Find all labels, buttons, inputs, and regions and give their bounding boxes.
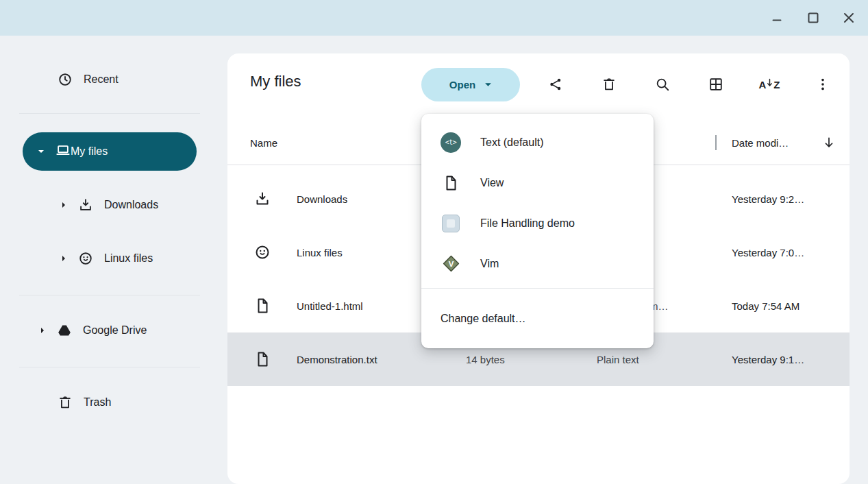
app-placeholder-icon: [440, 215, 462, 232]
file-date-modified: Yesterday 7:0…: [732, 226, 804, 279]
clock-icon: [58, 72, 73, 87]
chevron-down-icon: [38, 148, 45, 155]
kebab-menu-icon: [815, 77, 830, 92]
file-date-modified: Today 7:54 AM: [732, 279, 799, 332]
download-icon: [78, 197, 93, 213]
grid-view-button[interactable]: [702, 71, 730, 98]
maximize-button[interactable]: [804, 8, 823, 27]
menu-item-label: View: [480, 177, 504, 189]
open-button[interactable]: Open: [421, 68, 520, 101]
column-header-label: Name: [250, 137, 277, 149]
column-header-date-modified[interactable]: Date modi…: [732, 134, 789, 151]
window-controls: [768, 0, 858, 36]
google-drive-icon: [57, 323, 72, 338]
grid-view-icon: [708, 77, 723, 92]
file-name: Untitled-1.html: [297, 279, 363, 332]
file-icon: [254, 279, 271, 332]
sidebar: Recent My files Downloads: [0, 36, 227, 484]
file-date-modified: Yesterday 9:2…: [732, 172, 804, 226]
sort-button[interactable]: AZ: [756, 71, 783, 98]
menu-item-label: File Handling demo: [480, 217, 575, 230]
file-name: Downloads: [297, 172, 347, 226]
share-button[interactable]: [542, 71, 569, 98]
chevron-down-icon: [484, 81, 492, 88]
minimize-button[interactable]: [768, 8, 787, 27]
sidebar-item-downloads[interactable]: Downloads: [0, 191, 227, 219]
divider: [19, 295, 200, 295]
search-button[interactable]: [649, 71, 676, 98]
trash-icon: [58, 395, 73, 410]
menu-item-label: Vim: [480, 258, 499, 270]
files-app-window: Recent My files Downloads: [0, 0, 868, 484]
chevron-right-icon: [60, 255, 67, 262]
laptop-icon: [55, 143, 71, 160]
sort-az-icon: AZ: [758, 78, 780, 91]
sidebar-item-label: Linux files: [104, 252, 153, 265]
download-folder-icon: [254, 172, 271, 226]
text-app-icon: <t>: [440, 132, 462, 153]
more-options-button[interactable]: [809, 71, 836, 98]
arrow-down-icon: [822, 136, 836, 149]
open-with-menu: <t> Text (default) View File Handling de…: [421, 114, 654, 348]
document-icon: [440, 175, 462, 191]
trash-icon: [602, 77, 617, 92]
text-app-badge: <t>: [441, 132, 461, 153]
share-icon: [548, 77, 563, 92]
page-title: My files: [250, 73, 301, 90]
search-icon: [655, 77, 670, 92]
chevron-right-icon: [60, 202, 67, 208]
titlebar: [0, 0, 868, 36]
open-button-label: Open: [449, 79, 475, 90]
menu-item-file-handling-demo[interactable]: File Handling demo: [421, 203, 654, 243]
sidebar-item-linux-files[interactable]: Linux files: [0, 245, 227, 272]
menu-item-change-default[interactable]: Change default…: [421, 289, 654, 348]
sidebar-item-label: Google Drive: [83, 324, 147, 337]
sidebar-item-label: Downloads: [104, 199, 158, 211]
file-name: Linux files: [297, 226, 343, 279]
menu-item-label: Text (default): [480, 136, 543, 149]
sidebar-item-label: Recent: [84, 73, 119, 86]
maximize-icon: [807, 12, 819, 24]
sidebar-item-recent[interactable]: Recent: [0, 66, 227, 93]
minimize-icon: [771, 12, 784, 24]
column-header-label: Date modi…: [732, 137, 789, 149]
sidebar-item-my-files[interactable]: My files: [23, 132, 197, 171]
close-icon: [843, 12, 855, 24]
column-header-name[interactable]: Name: [250, 134, 277, 151]
file-name: Demonstration.txt: [297, 332, 377, 386]
svg-text:V: V: [448, 260, 454, 268]
menu-item-text-default[interactable]: <t> Text (default): [421, 122, 654, 162]
penguin-icon: [78, 251, 93, 266]
menu-item-view[interactable]: View: [421, 162, 654, 203]
sidebar-item-trash[interactable]: Trash: [0, 389, 227, 416]
close-button[interactable]: [839, 8, 858, 27]
column-divider: [715, 135, 717, 150]
penguin-icon: [254, 226, 271, 279]
sidebar-item-label: Trash: [84, 396, 111, 409]
sort-direction-button[interactable]: [815, 129, 843, 156]
vim-icon: V: [440, 255, 462, 272]
file-icon: [254, 332, 271, 386]
divider: [19, 113, 200, 114]
file-date-modified: Yesterday 9:1…: [732, 332, 804, 386]
delete-button[interactable]: [595, 71, 623, 98]
sidebar-item-label: My files: [71, 145, 108, 158]
menu-item-vim[interactable]: V Vim: [421, 243, 654, 284]
sidebar-item-google-drive[interactable]: Google Drive: [0, 317, 227, 344]
divider: [19, 367, 200, 367]
chevron-right-icon: [39, 327, 46, 334]
